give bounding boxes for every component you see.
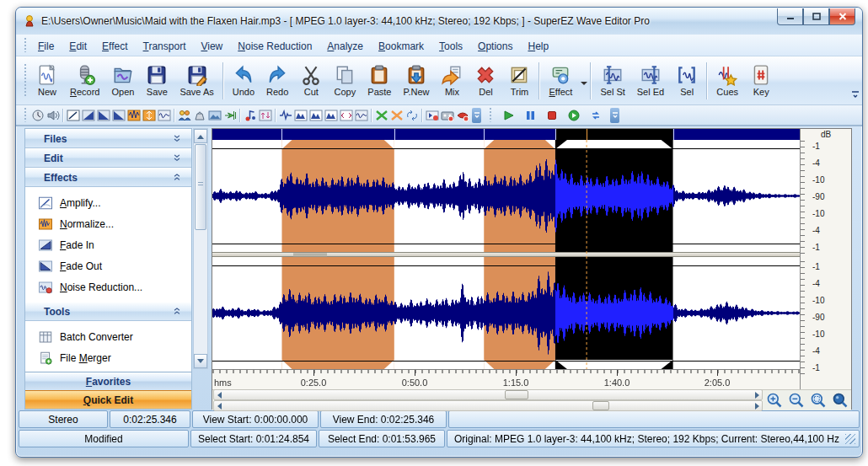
stretch-icon[interactable]: [339, 108, 354, 123]
swap-channels-icon[interactable]: [405, 108, 420, 123]
new-button[interactable]: New: [30, 62, 64, 99]
menu-effect[interactable]: Effect: [94, 38, 135, 55]
volume-icon[interactable]: [46, 108, 61, 123]
secondary-toolbar-grip[interactable]: [23, 108, 27, 121]
edit-section-header[interactable]: Edit: [25, 148, 191, 168]
toolbar-grip[interactable]: [23, 64, 27, 98]
maximize-button[interactable]: [803, 8, 829, 25]
convert-green-icon[interactable]: [374, 108, 389, 123]
zoom-out-button[interactable]: [787, 392, 806, 410]
menu-tools[interactable]: Tools: [431, 38, 470, 55]
menu-noise-reduction[interactable]: Noise Reduction: [230, 38, 319, 55]
pause-button[interactable]: [522, 108, 538, 123]
scrollbar-thumb[interactable]: [592, 401, 609, 410]
mix-button[interactable]: Mix: [435, 62, 469, 99]
normalize-window-icon[interactable]: [157, 108, 172, 123]
reverb-icon[interactable]: [207, 108, 222, 123]
menu-view[interactable]: View: [193, 38, 230, 55]
batch-converter-item[interactable]: Batch Converter: [25, 326, 191, 347]
title-bar[interactable]: E:\Users\Owner\Music\Maid with the Flaxe…: [16, 8, 862, 35]
stop-button[interactable]: [544, 108, 560, 123]
valleys-icon[interactable]: [308, 108, 324, 123]
timer-icon[interactable]: [30, 108, 46, 123]
fade-in-item[interactable]: Fade In: [25, 234, 191, 255]
task-pane-scrollbar[interactable]: [193, 128, 208, 369]
secondary-toolbar-overflow-button[interactable]: [472, 108, 481, 123]
close-button[interactable]: [829, 8, 855, 25]
loop-button[interactable]: [588, 108, 603, 123]
menu-options[interactable]: Options: [470, 38, 520, 55]
echo-icon[interactable]: [222, 108, 238, 123]
record-button[interactable]: Record: [64, 62, 105, 99]
play-button[interactable]: [501, 108, 516, 123]
tools-section-header[interactable]: Tools: [25, 302, 191, 321]
files-section-header[interactable]: Files: [25, 129, 191, 148]
save-as-button[interactable]: Save As: [174, 62, 219, 99]
key-button[interactable]: Key: [744, 62, 778, 99]
paste-new-button[interactable]: P.New: [398, 62, 436, 99]
menu-file[interactable]: File: [30, 38, 62, 55]
select-all-button[interactable]: Sel: [670, 62, 704, 99]
noise-reduction-item[interactable]: Noise Reduction...: [25, 276, 191, 297]
redo-button[interactable]: Redo: [260, 62, 294, 99]
chorus-icon[interactable]: [177, 108, 192, 123]
scroll-left-button[interactable]: [214, 401, 223, 410]
scrollbar-thumb[interactable]: [505, 390, 528, 399]
effect-dropdown-arrow[interactable]: [581, 82, 587, 88]
zoom-selection-button[interactable]: [809, 392, 828, 410]
mute-voice-icon[interactable]: [455, 108, 470, 123]
effects-section-header[interactable]: Effects: [25, 168, 191, 187]
amplify-icon[interactable]: [66, 108, 81, 123]
undo-button[interactable]: Undo: [227, 62, 260, 99]
amplify-item[interactable]: Amplify...: [25, 192, 191, 213]
open-button[interactable]: Open: [105, 62, 140, 99]
go-button[interactable]: [566, 108, 581, 123]
crossfade-icon[interactable]: [111, 108, 126, 123]
convert-orange-icon[interactable]: [389, 108, 405, 123]
scroll-right-button[interactable]: [753, 390, 762, 399]
zoom-in-button[interactable]: [765, 392, 785, 410]
zoom-all-button[interactable]: [831, 392, 850, 410]
horizontal-scrollbar-1[interactable]: [213, 389, 763, 400]
select-end-button[interactable]: Sel Ed: [631, 62, 670, 99]
menu-analyze[interactable]: Analyze: [319, 38, 371, 55]
menu-grip[interactable]: [23, 38, 27, 53]
favorites-bar[interactable]: Favorites: [25, 372, 191, 390]
scroll-down-button[interactable]: [194, 354, 207, 368]
cues-button[interactable]: Cues: [710, 62, 744, 99]
menu-edit[interactable]: Edit: [62, 38, 94, 55]
paste-button[interactable]: Paste: [362, 62, 397, 99]
minimize-button[interactable]: [777, 8, 803, 25]
fade-in-icon[interactable]: [81, 108, 96, 123]
resize-grip[interactable]: [845, 434, 855, 444]
peaks-icon[interactable]: [293, 108, 308, 123]
fade-out-icon[interactable]: [96, 108, 111, 123]
menu-transport[interactable]: Transport: [136, 38, 194, 55]
scroll-left-button[interactable]: [214, 390, 223, 399]
envelope-icon[interactable]: [142, 108, 157, 123]
normalize-item[interactable]: Normalize...: [25, 213, 191, 234]
transport-toolbar-grip[interactable]: [488, 108, 492, 121]
toolbar-overflow-button[interactable]: [850, 88, 860, 103]
horizontal-scrollbar-2[interactable]: [213, 400, 763, 411]
silence-icon[interactable]: [278, 108, 293, 123]
batch-play-icon[interactable]: [425, 108, 440, 123]
waveform-display[interactable]: [212, 129, 800, 389]
menu-bookmark[interactable]: Bookmark: [371, 38, 431, 55]
scroll-up-button[interactable]: [194, 129, 207, 143]
cut-button[interactable]: Cut: [294, 62, 328, 99]
copy-button[interactable]: Copy: [328, 62, 362, 99]
delete-button[interactable]: Del: [469, 62, 502, 99]
quick-edit-bar[interactable]: Quick Edit: [25, 390, 191, 409]
capture-device-icon[interactable]: [440, 108, 455, 123]
fade-out-item[interactable]: Fade Out: [25, 255, 191, 276]
pitch-icon[interactable]: [243, 108, 258, 123]
menu-help[interactable]: Help: [520, 38, 556, 55]
effect-button[interactable]: Effect: [543, 62, 578, 99]
smooth-icon[interactable]: [324, 108, 339, 123]
resample-icon[interactable]: [354, 108, 369, 123]
scroll-right-button[interactable]: [753, 401, 762, 410]
trim-button[interactable]: Trim: [502, 62, 536, 99]
normalize-icon[interactable]: [126, 108, 142, 123]
save-button[interactable]: Save: [140, 62, 174, 99]
